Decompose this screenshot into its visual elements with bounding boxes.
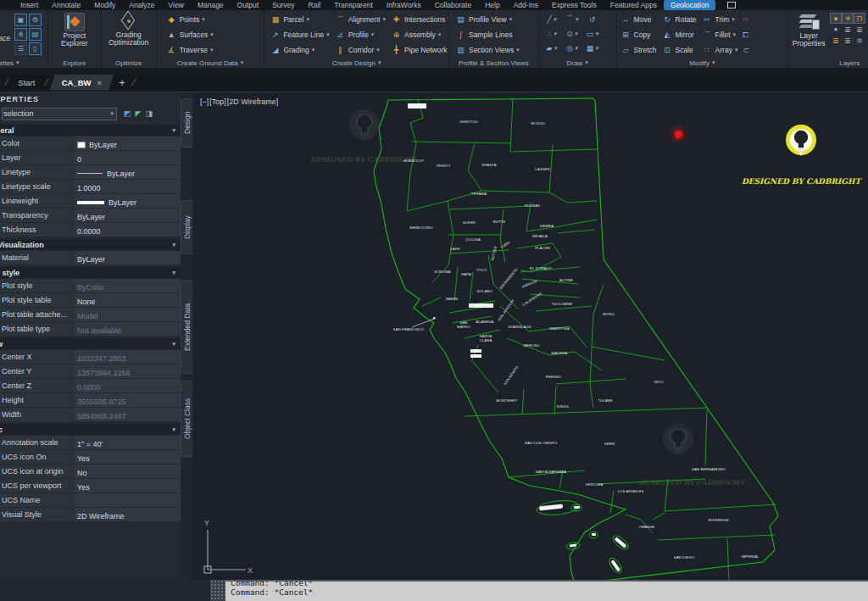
property-value-ucs-icon-at-origin[interactable]: No (74, 465, 181, 478)
quick-select-icon[interactable]: ◨ (145, 109, 153, 118)
viewport-minimize-control[interactable]: [−] (200, 97, 209, 106)
layer-walk-icon[interactable]: ≋ (854, 35, 865, 46)
layer-match-icon[interactable]: ≣ (842, 35, 854, 46)
new-drawing-button[interactable]: + (114, 76, 131, 89)
grading-button[interactable]: ◢Grading▾ (270, 42, 329, 58)
polyline-tool-icon[interactable]: ▰▾ (542, 41, 562, 55)
menu-tab-add-ins[interactable]: Add-Ins (507, 0, 545, 10)
menu-tab-infraworks[interactable]: InfraWorks (380, 0, 428, 10)
stretch-button[interactable]: ▱Stretch (620, 42, 657, 58)
rectangle-tool-icon[interactable]: ▭▾ (582, 26, 603, 41)
property-value-layer[interactable]: 0 (74, 151, 181, 164)
survey-icon[interactable]: ⋔ (14, 28, 27, 41)
properties-palette-icon[interactable]: ⚙ (29, 14, 42, 26)
panel-label-modify[interactable]: Modify (689, 59, 709, 67)
menu-tab-collaborate[interactable]: Collaborate (428, 0, 478, 10)
join-icon[interactable]: ⊂ (743, 42, 748, 58)
toolpalettes-icon[interactable]: ▣ (14, 14, 27, 26)
menu-tab-insert[interactable]: Insert (14, 0, 45, 10)
property-value-plot-style-table[interactable]: None (74, 293, 181, 307)
feature-line-button[interactable]: ↗Feature Line▾ (270, 27, 329, 42)
menu-tab-manage[interactable]: Manage (191, 0, 231, 10)
sample-lines-button[interactable]: ∫Sample Lines (455, 27, 520, 42)
drawing-icon[interactable] (727, 2, 736, 8)
menu-tab-annotate[interactable]: Annotate (45, 0, 87, 10)
menu-tab-express-tools[interactable]: Express Tools (545, 0, 604, 10)
toolbox-icon[interactable]: ▤ (29, 28, 42, 41)
panel-label-optimize[interactable]: Optimize (102, 58, 156, 68)
profile-view-button[interactable]: ▤Profile View▾ (455, 12, 520, 27)
property-value-ucs-per-viewport[interactable]: Yes (74, 479, 181, 492)
section-header-3d-visualization[interactable]: 3D Visualization▾ (0, 239, 181, 250)
panel-label-explore[interactable]: Explore (48, 58, 101, 68)
sheetset-icon[interactable]: ☰ (14, 42, 27, 55)
panel-label-profile-section-views[interactable]: Profile & Section Views (449, 58, 538, 68)
property-value-ucs-name[interactable] (74, 493, 181, 507)
property-value-material[interactable]: ByLayer (74, 251, 181, 264)
property-value-linetype-scale[interactable]: 1.0000 (74, 180, 181, 193)
mirror-button[interactable]: ◭Mirror (662, 27, 697, 42)
command-line[interactable]: Command: *Cancel*Command: *Cancel* (225, 580, 868, 601)
alignment-button[interactable]: ⌒Alignment▾ (335, 12, 386, 27)
tab-start[interactable]: Start (9, 75, 43, 90)
side-tab-extended-data[interactable]: Extended Data (181, 281, 192, 374)
menu-tab-transparent[interactable]: Transparent (327, 0, 380, 10)
intersections-button[interactable]: ✚Intersections▾ (391, 12, 449, 27)
property-value-annotation-scale[interactable]: 1" = 40' (74, 436, 181, 449)
property-value-width[interactable]: 5854969.2497 (74, 408, 181, 421)
corridor-button[interactable]: ∥Corridor▾ (335, 42, 386, 58)
side-tab-object-class[interactable]: Object Class (181, 381, 192, 457)
section-header-general[interactable]: General▾ (0, 125, 181, 136)
pickadd-toggle-icon[interactable]: ◩ (124, 109, 131, 118)
command-grip-icon[interactable] (210, 580, 225, 601)
rotate-button[interactable]: ↻Rotate (662, 12, 697, 27)
menu-tab-view[interactable]: View (162, 0, 191, 10)
drawing-canvas[interactable]: [−][Top][2D Wireframe] DESIGNED BY CADBR… (193, 92, 868, 580)
layer-properties-button[interactable]: Layer Properties (791, 13, 826, 58)
layer-stack1-icon[interactable]: ≣ (842, 24, 854, 35)
parcel-button[interactable]: ▦Parcel▾ (270, 12, 329, 27)
layer-thaw-icon[interactable]: ☀ (842, 13, 854, 24)
tab-ca-bw[interactable]: CA_BW× (50, 75, 114, 91)
section-header-misc[interactable]: Misc▾ (0, 424, 181, 435)
circle-tool-icon[interactable]: ⊙▾ (562, 26, 582, 41)
pipe-network-button[interactable]: ╋Pipe Network▾ (391, 42, 449, 58)
panel-label-palettes[interactable]: Palettes (0, 59, 14, 67)
property-value-plot-style[interactable]: ByColor (74, 279, 181, 292)
profile-button[interactable]: ⊿Profile▾ (335, 27, 386, 42)
side-tab-design[interactable]: Design (181, 98, 192, 147)
erase-icon[interactable]: ✏ (743, 12, 748, 27)
menu-tab-analyze[interactable]: Analyze (122, 0, 161, 10)
section-header-view[interactable]: View▾ (0, 338, 181, 349)
point-tool-icon[interactable]: ∴▾ (542, 26, 562, 41)
property-value-plot-table-type[interactable]: Not available (74, 322, 181, 336)
section-header-plot-style[interactable]: Plot style▾ (0, 267, 181, 278)
explode-icon[interactable]: ⧠ (743, 27, 748, 42)
array-button[interactable]: ∷Array▾ (702, 42, 738, 58)
hatch-tool-icon[interactable]: ▦▾ (582, 41, 603, 55)
viewport-view-control[interactable]: [Top] (209, 97, 226, 106)
grading-optimization-button[interactable]: Grading Optimization (104, 13, 153, 58)
menu-tab-modify[interactable]: Modify (87, 0, 122, 10)
revision-cloud-icon[interactable]: ↺ (582, 12, 603, 26)
surfaces-button[interactable]: ▲Surfaces▾ (166, 27, 214, 42)
layer-unlock-icon[interactable]: ⊓ (854, 13, 865, 24)
menu-tab-featured-apps[interactable]: Featured Apps (604, 0, 664, 10)
layer-stack2-icon[interactable]: ≣ (854, 24, 865, 35)
line-tool-icon[interactable]: ╱▾ (542, 12, 562, 26)
viewport-controls[interactable]: [−][Top][2D Wireframe] (200, 97, 279, 106)
toolspace-button[interactable]: Toolspace (0, 34, 10, 42)
layer-on-icon[interactable]: ● (830, 13, 842, 24)
property-value-center-y[interactable]: 13573994.1266 (74, 364, 181, 378)
close-icon[interactable]: × (97, 78, 103, 87)
palette-icon[interactable]: ▯ (29, 42, 42, 55)
panel-label-create-ground-data[interactable]: Create Ground Data (177, 59, 238, 67)
property-value-height[interactable]: 3555505.8725 (74, 393, 181, 407)
panel-label-layers[interactable]: Layers (788, 58, 868, 68)
fillet-button[interactable]: ⌒Fillet▾ (702, 27, 738, 42)
property-value-visual-style[interactable]: 2D Wireframe (74, 508, 181, 521)
traverse-button[interactable]: ∡Traverse▾ (166, 42, 214, 58)
section-views-button[interactable]: ▥Section Views▾ (455, 42, 520, 58)
layer-isolate-icon[interactable]: ≣ (830, 35, 842, 46)
trim-button[interactable]: ✂Trim▾ (702, 12, 738, 27)
